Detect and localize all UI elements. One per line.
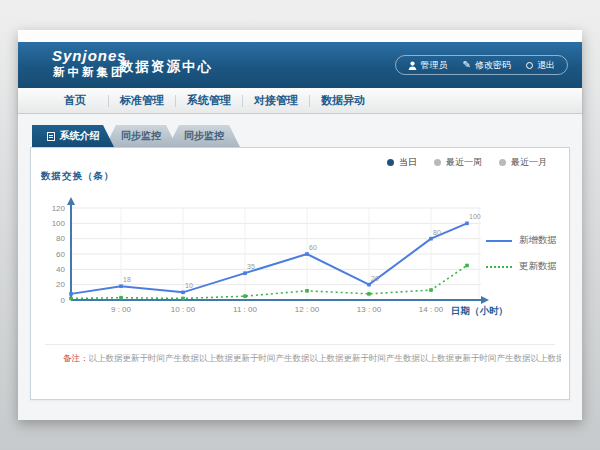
svg-text:10 : 00: 10 : 00: [171, 305, 196, 314]
tab-sync-monitor-1[interactable]: 同步监控: [105, 125, 177, 147]
legend-label: 更新数据: [519, 260, 557, 273]
footnote-prefix: 备注：: [63, 353, 89, 363]
data-point-marker: [465, 264, 469, 268]
range-option-last-month[interactable]: 最近一月: [499, 156, 547, 169]
data-point-marker: [69, 292, 73, 296]
svg-text:100: 100: [52, 219, 66, 228]
data-point-marker: [465, 222, 469, 226]
desktop-background: Synjones 新中新集团 数据资源中心 管理员 ✎ 修改密码: [0, 0, 600, 450]
series-legend: 新增数据 更新数据: [486, 234, 557, 286]
svg-text:40: 40: [56, 265, 65, 274]
svg-text:9 : 00: 9 : 00: [111, 305, 132, 314]
user-name-label: 管理员: [421, 59, 448, 72]
data-point-label: 60: [309, 244, 317, 251]
brand-logo-cn: 新中新集团: [52, 65, 127, 80]
nav-item-home[interactable]: 首页: [42, 93, 108, 108]
footnote-text: 以上数据更新于时间产生数据以上数据更新于时间产生数据以上数据更新于时间产生数据以…: [89, 353, 562, 363]
nav-item-system[interactable]: 系统管理: [176, 93, 242, 108]
data-point-marker: [181, 297, 185, 301]
data-point-marker: [243, 271, 247, 275]
change-password-label: 修改密码: [475, 59, 511, 72]
chart-grid: [71, 208, 481, 300]
data-point-marker: [119, 296, 123, 300]
chart-axis-tick-labels: 0204060801001209 : 0010 : 0011 : 0012 : …: [52, 204, 444, 315]
legend-label: 新增数据: [519, 234, 557, 247]
legend-item-updated-data: 更新数据: [486, 260, 557, 273]
svg-text:11 : 00: 11 : 00: [233, 305, 257, 314]
line-chart: 0204060801001209 : 0010 : 0011 : 0012 : …: [49, 188, 533, 330]
legend-item-new-data: 新增数据: [486, 234, 557, 247]
range-label: 当日: [399, 156, 417, 169]
logout-label: 退出: [537, 59, 555, 72]
svg-text:80: 80: [56, 234, 65, 243]
power-icon: [526, 62, 533, 69]
range-filter-group: 当日 最近一周 最近一月: [387, 156, 547, 169]
radio-dot: [499, 159, 506, 166]
current-user-button[interactable]: 管理员: [408, 59, 448, 72]
svg-text:13 : 00: 13 : 00: [357, 305, 382, 314]
data-point-marker: [119, 284, 123, 288]
tab-system-intro[interactable]: 系统介绍: [32, 125, 114, 147]
logout-button[interactable]: 退出: [526, 59, 555, 72]
nav-item-integration[interactable]: 对接管理: [243, 93, 309, 108]
range-label: 最近一月: [511, 156, 547, 169]
content-area: 系统介绍 同步监控 同步监控 当日 最近一周: [18, 114, 582, 420]
y-axis-title: 数据交换（条）: [41, 170, 115, 183]
brand-logo-en: Synjones: [52, 47, 127, 64]
brand-logo: Synjones 新中新集团: [52, 47, 127, 80]
nav-item-data-changes[interactable]: 数据异动: [310, 93, 376, 108]
tab-label: 系统介绍: [60, 125, 100, 147]
radio-dot: [434, 159, 441, 166]
data-point-marker: [305, 252, 309, 256]
main-nav: 首页 标准管理 系统管理 对接管理 数据异动: [18, 88, 582, 114]
panel-divider: [45, 344, 555, 345]
window-top-strip: [18, 30, 582, 42]
data-point-label: 35: [247, 263, 255, 270]
solid-line-swatch: [486, 240, 512, 242]
range-option-last-week[interactable]: 最近一周: [434, 156, 482, 169]
svg-text:12 : 00: 12 : 00: [295, 305, 320, 314]
svg-text:120: 120: [52, 204, 66, 213]
change-password-button[interactable]: ✎ 修改密码: [463, 59, 511, 72]
document-icon: [47, 132, 55, 141]
data-point-marker: [367, 292, 371, 296]
data-point-label: 18: [123, 276, 131, 283]
data-point-marker: [243, 294, 247, 298]
app-header: Synjones 新中新集团 数据资源中心 管理员 ✎ 修改密码: [18, 42, 582, 88]
page-title: 数据资源中心: [120, 42, 213, 88]
radio-dot: [387, 159, 394, 166]
person-icon: [408, 61, 417, 70]
data-point-marker: [367, 283, 371, 287]
data-point-label: 80: [433, 229, 441, 236]
edit-icon: ✎: [463, 60, 471, 70]
data-point-label: 20: [371, 275, 379, 282]
tab-sync-monitor-2[interactable]: 同步监控: [168, 125, 240, 147]
data-point-marker: [305, 289, 309, 293]
data-point-marker: [69, 297, 73, 301]
nav-item-standards[interactable]: 标准管理: [109, 93, 175, 108]
data-point-marker: [429, 237, 433, 241]
svg-text:20: 20: [56, 280, 65, 289]
svg-text:60: 60: [56, 250, 65, 259]
data-point-label: 10: [185, 282, 193, 289]
range-label: 最近一周: [446, 156, 482, 169]
user-toolbar: 管理员 ✎ 修改密码 退出: [395, 55, 568, 75]
chart-panel: 当日 最近一周 最近一月 数据交换（条） 0204060801001209 : …: [30, 147, 570, 400]
data-point-marker: [429, 288, 433, 292]
data-point-marker: [181, 291, 185, 295]
x-axis-title: 日期（小时）: [451, 305, 508, 317]
app-window: Synjones 新中新集团 数据资源中心 管理员 ✎ 修改密码: [18, 30, 582, 420]
footnote: 备注：以上数据更新于时间产生数据以上数据更新于时间产生数据以上数据更新于时间产生…: [63, 353, 561, 365]
svg-text:14 : 00: 14 : 00: [419, 305, 444, 314]
dotted-line-swatch: [486, 266, 512, 268]
tab-bar: 系统介绍 同步监控 同步监控: [32, 125, 240, 147]
data-point-label: 100: [469, 213, 481, 220]
svg-text:0: 0: [61, 296, 66, 305]
range-option-today[interactable]: 当日: [387, 156, 417, 169]
